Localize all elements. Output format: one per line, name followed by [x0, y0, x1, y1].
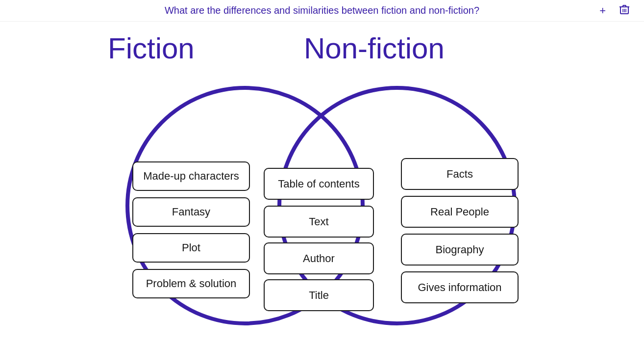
header: What are the differences and similaritie…: [0, 0, 644, 22]
fiction-item-problem-solution[interactable]: Problem & solution: [132, 269, 250, 298]
shared-item-author[interactable]: Author: [264, 242, 374, 274]
shared-item-title[interactable]: Title: [264, 279, 374, 311]
nonfiction-header: Non-fiction: [304, 31, 445, 65]
fiction-item-fantasy[interactable]: Fantasy: [132, 197, 250, 227]
fiction-item-made-up-characters[interactable]: Made-up characters: [132, 161, 250, 191]
header-title: What are the differences and similaritie…: [165, 5, 479, 16]
add-button[interactable]: +: [596, 3, 609, 18]
delete-button[interactable]: [615, 1, 634, 20]
header-actions: +: [596, 1, 634, 20]
trash-icon: [618, 2, 631, 16]
nonfiction-item-biography[interactable]: Biography: [401, 234, 519, 266]
nonfiction-item-facts[interactable]: Facts: [401, 158, 519, 190]
shared-item-table-of-contents[interactable]: Table of contents: [264, 168, 374, 200]
main-content: Fiction Non-fiction Made-up characters F…: [0, 22, 644, 346]
shared-item-text[interactable]: Text: [264, 206, 374, 238]
fiction-item-plot[interactable]: Plot: [132, 233, 250, 263]
fiction-header: Fiction: [108, 31, 195, 65]
nonfiction-item-real-people[interactable]: Real People: [401, 196, 519, 228]
nonfiction-item-gives-information[interactable]: Gives information: [401, 271, 519, 303]
